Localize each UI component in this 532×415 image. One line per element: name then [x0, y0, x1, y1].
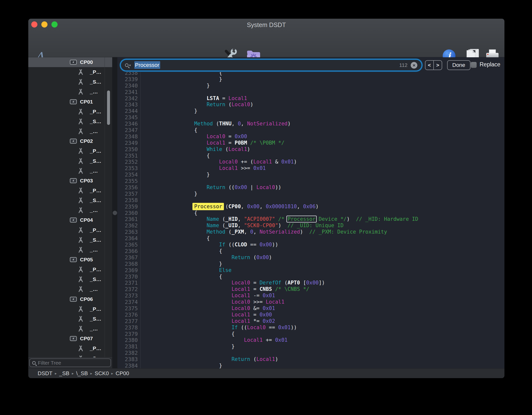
- tree-item-label: _…: [90, 168, 98, 174]
- titlebar: System DSDT A Fonts Compile: [28, 19, 504, 57]
- code-line-2363: 2363 Method (_PXM, 0, NotSerialized) // …: [117, 229, 504, 235]
- breadcrumb-item-SCK0[interactable]: SCK0: [95, 370, 109, 377]
- tree-row-child[interactable]: _…: [28, 87, 112, 97]
- tree-row-child[interactable]: _S…: [28, 77, 112, 87]
- breadcrumb-separator-icon: ▸: [111, 371, 113, 376]
- sidebar-gutter-divider: [105, 57, 105, 357]
- tree-row-CP07[interactable]: ▼ CP07: [28, 334, 112, 343]
- line-number: 2345: [117, 114, 138, 121]
- method-icon: [78, 316, 84, 322]
- tree-row-child[interactable]: _P…: [28, 146, 112, 156]
- tree-row-CP05[interactable]: ▼ CP05: [28, 255, 112, 265]
- line-number: 2369: [117, 267, 138, 274]
- tree-row-child[interactable]: _S…: [28, 314, 112, 324]
- tree-row-child[interactable]: _S…: [28, 235, 112, 245]
- previous-match-button[interactable]: <: [425, 61, 434, 70]
- tree-row-child[interactable]: _…: [28, 284, 112, 294]
- code-line-2342: 2342 LSTA = Local1: [117, 95, 504, 102]
- code-editor[interactable]: 2338 {2339 }2340 }23412342 LSTA = Local1…: [117, 57, 504, 368]
- tree-row-child[interactable]: _P…: [28, 343, 112, 353]
- tree-row-child[interactable]: _P…: [28, 107, 112, 117]
- method-icon: [78, 148, 84, 154]
- breadcrumb-item-CP00[interactable]: CP00: [116, 370, 129, 377]
- code-line-2360: 2360 {: [117, 210, 504, 216]
- tree-item-label: CP02: [80, 138, 93, 144]
- tree-row-child[interactable]: _S…: [28, 354, 112, 357]
- line-number: 2357: [117, 191, 138, 197]
- replace-checkbox[interactable]: [471, 62, 477, 68]
- method-icon: [78, 108, 84, 115]
- line-number: 2340: [117, 83, 138, 89]
- method-icon: [78, 326, 84, 332]
- clear-search-button[interactable]: ×: [411, 62, 417, 69]
- code-line-2367: 2367 Return (0x00): [117, 254, 504, 261]
- pane-splitter[interactable]: [112, 57, 117, 368]
- tree-row-child[interactable]: _S…: [28, 156, 112, 166]
- line-number: 2370: [117, 274, 138, 280]
- tree-row-child[interactable]: _P…: [28, 67, 112, 77]
- code-line-2353: 2353 Local1 >>= 0x01: [117, 165, 504, 172]
- line-number: 2354: [117, 172, 138, 178]
- find-navigation: < >: [425, 60, 442, 70]
- code-line-2382: 2382: [117, 350, 504, 356]
- tree-row-CP06[interactable]: ▼ CP06: [28, 294, 112, 304]
- find-highlight-ring: Processor: [286, 216, 317, 222]
- search-query: Processor: [134, 62, 160, 68]
- code-line-2339: 2339 }: [117, 76, 504, 83]
- tree-row-CP03[interactable]: ▼ CP03: [28, 176, 112, 186]
- code-line-2362: 2362 Name (_UID, "SCK0-CP00") // _UID: U…: [117, 222, 504, 229]
- line-number: 2382: [117, 350, 138, 356]
- tree-item-label: _S…: [90, 276, 101, 282]
- tree-row-child[interactable]: _…: [28, 166, 112, 176]
- splitter-handle-icon[interactable]: [113, 211, 117, 215]
- code-lines: 2338 {2339 }2340 }23412342 LSTA = Local1…: [117, 70, 504, 368]
- chevron-down-icon[interactable]: ▾: [129, 63, 131, 67]
- breadcrumb-item-DSDT[interactable]: DSDT: [38, 370, 52, 377]
- tree-row-child[interactable]: _…: [28, 324, 112, 334]
- breadcrumb-separator-icon: ▸: [72, 371, 74, 376]
- tree-row-child[interactable]: _…: [28, 245, 112, 255]
- device-icon: [70, 217, 77, 223]
- tree-item-label: CP03: [80, 178, 93, 184]
- tree-item-label: CP00: [80, 59, 93, 65]
- code-line-2379: 2379 {: [117, 331, 504, 337]
- code-line-2340: 2340 }: [117, 83, 504, 89]
- line-number: 2351: [117, 153, 138, 159]
- line-number: 2348: [117, 133, 138, 140]
- tree-row-CP01[interactable]: ▼ CP01: [28, 97, 112, 107]
- next-match-button[interactable]: >: [434, 61, 442, 70]
- filter-tree-input[interactable]: Filter Tree: [29, 358, 111, 367]
- breadcrumb-item-_SB[interactable]: _SB: [59, 370, 69, 377]
- line-number: 2342: [117, 95, 138, 102]
- done-button[interactable]: Done: [447, 60, 470, 70]
- code-line-2380: 2380 Local1 += 0x01: [117, 337, 504, 343]
- code-line-2352: 2352 Local0 += (Local1 & 0x01): [117, 159, 504, 165]
- line-number: 2346: [117, 121, 138, 127]
- code-line-2357: 2357 }: [117, 191, 504, 197]
- breadcrumb-item-_SB[interactable]: \_SB: [76, 370, 88, 377]
- tree-row-child[interactable]: _S…: [28, 274, 112, 284]
- tree-row-child[interactable]: _…: [28, 205, 112, 215]
- line-number: 2378: [117, 325, 138, 331]
- sidebar-tree-panel: ▼ CP00 _P… _S… _…▼ CP01 _P… _S… _…▼: [28, 57, 112, 368]
- line-number: 2363: [117, 229, 138, 235]
- tree-row-CP02[interactable]: ▼ CP02: [28, 136, 112, 146]
- sidebar-scrollbar-thumb[interactable]: [107, 90, 110, 125]
- tree-row-CP04[interactable]: ▼ CP04: [28, 215, 112, 225]
- tree-row-child[interactable]: _…: [28, 126, 112, 136]
- code-line-2365: 2365 If ((CLOD == 0x00)): [117, 242, 504, 248]
- tree-row-CP00[interactable]: ▼ CP00: [28, 57, 112, 67]
- tree-row-child[interactable]: _S…: [28, 195, 112, 205]
- code-line-2373: 2373 Local1 -= 0x01: [117, 293, 504, 299]
- method-icon: [78, 207, 84, 213]
- tree-row-child[interactable]: _P…: [28, 186, 112, 195]
- tree-row-child[interactable]: _P…: [28, 304, 112, 314]
- tree-row-child[interactable]: _S…: [28, 117, 112, 126]
- search-input[interactable]: ▾ Processor 112 ×: [121, 60, 422, 71]
- tree-row-child[interactable]: _P…: [28, 225, 112, 235]
- method-icon: [78, 355, 84, 357]
- line-number: 2371: [117, 280, 138, 286]
- tree-row-child[interactable]: _P…: [28, 265, 112, 274]
- device-icon: [70, 99, 77, 105]
- method-icon: [78, 247, 84, 253]
